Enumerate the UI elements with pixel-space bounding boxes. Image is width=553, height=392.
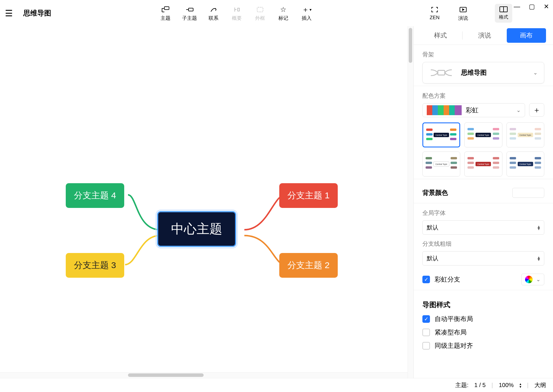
present-label: 演说 [458,15,468,22]
subtopic-label: 子主题 [182,15,197,22]
minimize-button[interactable]: — [514,3,520,10]
mini-central: Central Topic [433,162,449,167]
right-toolbar: ZEN 演说 [426,4,472,23]
topic-button[interactable]: 主题 [157,4,174,23]
auto-balance-label: 自动平衡布局 [435,315,473,323]
mini-central: Central Topic [518,133,533,137]
zen-icon [431,5,438,14]
insert-button[interactable]: ＋▾ 插入 [298,4,315,23]
globalfont-value: 默认 [427,224,438,231]
mini-central: Central Topic [476,162,491,166]
globalfont-title: 全局字体 [422,209,544,217]
subtopic-button[interactable]: 子主题 [180,4,199,23]
summary-button: 概要 [228,4,245,23]
menu-icon[interactable]: ☰ [0,8,17,18]
present-icon [459,5,467,14]
main-toolbar: 主题 子主题 联系 概要 外框 ☆ 标记 [157,4,315,23]
theme-card-2[interactable]: Central Topic [464,122,502,147]
horizontal-scrollbar[interactable] [0,372,408,378]
window-controls: — ▢ ✕ [514,3,549,10]
format-button[interactable]: 格式 [495,4,512,23]
summary-label: 概要 [232,15,242,22]
branch-topic-1[interactable]: 分支主题 1 [279,183,338,208]
vertical-scrollbar[interactable] [408,26,413,378]
subtopic-icon [186,5,194,14]
boundary-label: 外框 [255,15,265,22]
rainbow-branch-checkbox[interactable]: ✓ [422,276,430,283]
topic-icon [161,5,170,14]
branch-topic-4[interactable]: 分支主题 4 [66,183,124,208]
mindmap-canvas[interactable]: 中心主题 分支主题 1 分支主题 2 分支主题 3 分支主题 4 [0,26,413,378]
branch-topic-2[interactable]: 分支主题 2 [279,253,338,278]
globalfont-select[interactable]: 默认 ▴▾ [422,220,544,235]
compact-checkbox[interactable] [422,329,430,336]
section-skeleton: 骨架 思维导图 ⌄ [414,45,553,86]
branch-topic-3[interactable]: 分支主题 3 [66,253,124,278]
background-color-picker[interactable] [512,188,544,198]
align-checkbox[interactable] [422,342,430,350]
tab-present[interactable]: 演说 [465,28,504,43]
present-button[interactable]: 演说 [455,4,472,23]
format-panel: 样式 演说 画布 骨架 思维导图 ⌄ 配色方案 彩虹 ⌄ [413,26,553,378]
vscroll-thumb[interactable] [409,28,412,63]
svg-rect-0 [164,7,169,10]
summary-icon [233,5,241,14]
zen-label: ZEN [430,15,440,21]
relation-icon [210,5,217,14]
topic-count-value: 1 / 5 [474,382,486,389]
format-icon [499,6,508,14]
color-wheel-icon [525,276,533,283]
topic-label: 主题 [161,15,170,22]
hscroll-thumb[interactable] [128,373,204,377]
main-area: 中心主题 分支主题 1 分支主题 2 分支主题 3 分支主题 4 样式 演说 画… [0,26,553,378]
skeleton-title: 骨架 [422,51,544,58]
mini-central: Central Topic [434,133,449,137]
app-title: 思维导图 [23,8,51,18]
svg-rect-1 [189,8,193,11]
skeleton-select[interactable]: 思维导图 ⌄ [422,62,544,83]
theme-card-4[interactable]: Central Topic [422,152,460,177]
outline-button[interactable]: 大纲 [534,381,546,389]
mini-central: Central Topic [476,133,491,137]
relation-button[interactable]: 联系 [205,4,222,23]
branchwidth-select[interactable]: 默认 ▴▾ [422,251,544,266]
section-mapstyle: 导图样式 ✓ 自动平衡布局 紧凑型布局 同级主题对齐 [414,290,553,355]
svg-rect-6 [438,70,445,75]
auto-balance-checkbox[interactable]: ✓ [422,315,430,323]
rainbow-color-picker[interactable]: ⌄ [521,274,544,285]
boundary-button: 外框 [252,4,269,23]
maximize-button[interactable]: ▢ [529,3,535,10]
svg-rect-2 [257,7,263,12]
tab-style[interactable]: 样式 [421,28,460,43]
theme-card-1[interactable]: Central Topic [422,122,460,147]
boundary-icon [256,5,264,14]
relation-label: 联系 [209,15,218,22]
colorscheme-select[interactable]: 彩虹 ⌄ [422,103,525,117]
branchwidth-title: 分支线粗细 [422,240,544,248]
rainbow-branch-label: 彩虹分支 [435,275,460,284]
titlebar: ☰ 思维导图 主题 子主题 联系 概要 [0,0,553,26]
mapstyle-title: 导图样式 [422,300,544,309]
status-bar: 主题: 1 / 5 | 100% ▴▾ | 大纲 [0,378,553,392]
insert-icon: ＋▾ [302,5,312,14]
marker-button[interactable]: ☆ 标记 [275,4,292,23]
marker-label: 标记 [278,15,288,22]
colorscheme-value: 彩虹 [466,106,512,115]
chevron-down-icon: ⌄ [536,276,540,283]
panel-tabs: 样式 演说 画布 [414,26,553,45]
skeleton-value: 思维导图 [461,68,526,77]
zen-button[interactable]: ZEN [426,4,443,23]
tab-canvas[interactable]: 画布 [507,28,546,43]
branchwidth-value: 默认 [427,254,438,262]
colorscheme-title: 配色方案 [422,92,544,100]
central-topic[interactable]: 中心主题 [157,211,236,247]
insert-label: 插入 [302,15,312,22]
theme-card-5[interactable]: Central Topic [464,152,502,177]
add-colorscheme-button[interactable]: ＋ [529,103,544,117]
zoom-spinner[interactable]: ▴▾ [520,382,521,388]
canvas-wrap: 中心主题 分支主题 1 分支主题 2 分支主题 3 分支主题 4 [0,26,413,378]
close-button[interactable]: ✕ [544,3,549,10]
section-background: 背景颜色 [414,179,553,203]
theme-card-6[interactable]: Central Topic [506,152,544,177]
theme-card-3[interactable]: Central Topic [506,122,544,147]
